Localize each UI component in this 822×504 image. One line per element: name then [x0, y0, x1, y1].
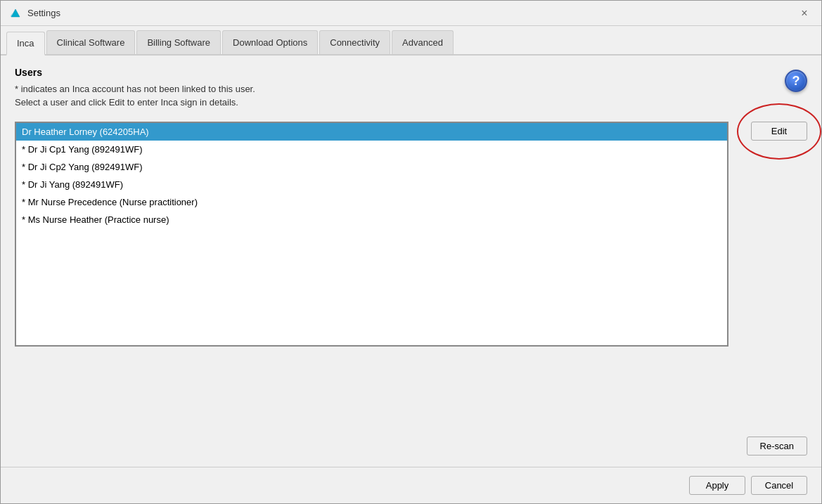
description-line2: Select a user and click Edit to enter In…	[15, 97, 785, 108]
cancel-button[interactable]: Cancel	[751, 476, 807, 495]
content-area: Users * indicates an Inca account has no…	[1, 56, 821, 467]
title-bar: Settings ×	[1, 1, 821, 26]
rescan-button[interactable]: Re-scan	[747, 437, 807, 455]
rescan-area: Re-scan	[747, 146, 807, 455]
tab-billing-software[interactable]: Billing Software	[136, 30, 221, 54]
right-panel: Edit Re-scan	[737, 122, 807, 455]
settings-window: Settings × Inca Clinical Software Billin…	[0, 0, 822, 504]
header-info: Users * indicates an Inca account has no…	[15, 67, 785, 110]
users-list[interactable]: Dr Heather Lorney (624205HA) * Dr Ji Cp1…	[15, 122, 728, 347]
main-area: Dr Heather Lorney (624205HA) * Dr Ji Cp1…	[15, 122, 807, 455]
list-item[interactable]: Dr Heather Lorney (624205HA)	[16, 123, 727, 141]
list-item[interactable]: * Dr Ji Yang (892491WF)	[16, 176, 727, 193]
close-button[interactable]: ×	[796, 5, 813, 22]
app-icon	[9, 7, 22, 20]
list-item[interactable]: * Mr Nurse Precedence (Nurse practitione…	[16, 193, 727, 211]
help-button[interactable]: ?	[785, 70, 807, 92]
apply-button[interactable]: Apply	[689, 476, 745, 495]
header-help: ?	[785, 67, 807, 92]
edit-button-wrapper: Edit	[751, 122, 807, 141]
section-title: Users	[15, 67, 785, 78]
tab-inca[interactable]: Inca	[6, 32, 45, 56]
tabs-bar: Inca Clinical Software Billing Software …	[1, 26, 821, 56]
list-item[interactable]: * Ms Nurse Heather (Practice nurse)	[16, 211, 727, 228]
tab-download-options[interactable]: Download Options	[222, 30, 318, 54]
description-line1: * indicates an Inca account has not been…	[15, 84, 785, 94]
edit-button[interactable]: Edit	[751, 122, 807, 141]
list-item[interactable]: * Dr Ji Cp1 Yang (892491WF)	[16, 141, 727, 158]
window-title: Settings	[27, 8, 60, 18]
header-row: Users * indicates an Inca account has no…	[15, 67, 807, 110]
tab-clinical-software[interactable]: Clinical Software	[46, 30, 136, 54]
bottom-bar: Apply Cancel	[1, 467, 821, 503]
list-item[interactable]: * Dr Ji Cp2 Yang (892491WF)	[16, 158, 727, 176]
tab-advanced[interactable]: Advanced	[392, 30, 454, 54]
title-bar-left: Settings	[9, 7, 60, 20]
tab-connectivity[interactable]: Connectivity	[319, 30, 390, 54]
